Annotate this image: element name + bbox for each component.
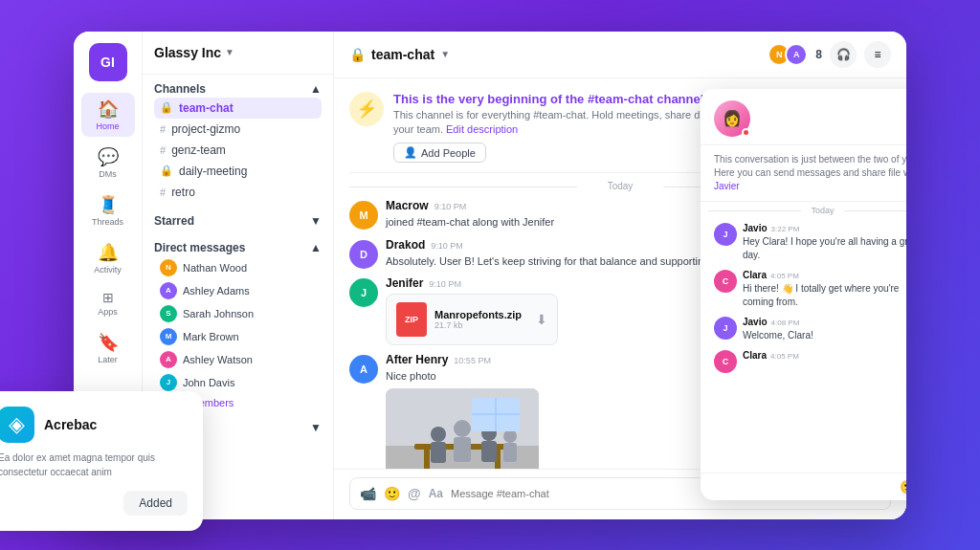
text-format-icon[interactable]: Aa bbox=[429, 487, 443, 500]
file-attachment[interactable]: ZIP Manropefonts.zip 21.7 kb ⬇ bbox=[386, 294, 558, 345]
dm-message-time: 3:22 PM bbox=[771, 225, 800, 233]
headphones-button[interactable]: 🎧 bbox=[830, 41, 857, 68]
nav-label-apps: Apps bbox=[98, 307, 118, 317]
nav-item-threads[interactable]: 🧵 Threads bbox=[81, 188, 135, 232]
lock-icon: 🔒 bbox=[349, 47, 366, 62]
avatar: J bbox=[714, 317, 737, 340]
photo-preview bbox=[386, 388, 539, 469]
dm-section-header[interactable]: Direct messages ▲ bbox=[154, 241, 322, 254]
nav-item-home[interactable]: 🏠 Home bbox=[81, 93, 135, 137]
nav-item-later[interactable]: 🔖 Later bbox=[81, 326, 135, 370]
dm-message-author: Clara bbox=[743, 270, 767, 280]
channel-item-team-chat[interactable]: 🔒 team-chat bbox=[154, 98, 322, 119]
channel-item-genz-team[interactable]: # genz-team bbox=[154, 140, 322, 161]
apps-icon: ⊞ bbox=[102, 290, 114, 305]
file-info: Manropefonts.zip 21.7 kb bbox=[434, 309, 528, 330]
starred-section-header[interactable]: Starred ▼ bbox=[154, 214, 322, 228]
dm-message-header: Javio 4:08 PM bbox=[743, 317, 906, 327]
dm-section: Direct messages ▲ N Nathan Wood A Ashley… bbox=[143, 233, 333, 415]
message-author: Drakod bbox=[386, 238, 425, 252]
dm-message-header: Clara 4:05 PM bbox=[743, 350, 906, 361]
dm-intro-link[interactable]: Javier bbox=[714, 181, 740, 191]
dm-item-ashley-a[interactable]: A Ashley Adams bbox=[154, 279, 322, 302]
video-icon[interactable]: 📹 bbox=[360, 486, 376, 501]
starred-label: Starred bbox=[154, 214, 194, 228]
intro-icon: ⚡ bbox=[349, 92, 384, 126]
dm-panel-avatar: 👩 bbox=[714, 100, 750, 137]
dm-item-mark[interactable]: M Mark Brown bbox=[154, 325, 322, 348]
svg-rect-10 bbox=[481, 441, 497, 462]
activity-icon: 🔔 bbox=[98, 242, 119, 263]
mention-icon[interactable]: @ bbox=[408, 486, 421, 501]
dm-message-author: Clara bbox=[743, 350, 767, 361]
nav-label-threads: Threads bbox=[92, 217, 123, 227]
file-size: 21.7 kb bbox=[434, 320, 528, 330]
lock-icon: 🔒 bbox=[160, 101, 173, 114]
nav-label-activity: Activity bbox=[94, 265, 122, 275]
message-time: 9:10 PM bbox=[429, 279, 461, 289]
emoji-icon[interactable]: 🙂 bbox=[384, 486, 400, 501]
avatar: C bbox=[714, 350, 737, 373]
dm-intro-text: This conversation is just between the tw… bbox=[701, 145, 906, 202]
nav-item-apps[interactable]: ⊞ Apps bbox=[81, 284, 135, 322]
dm-message-time: 4:05 PM bbox=[770, 352, 799, 361]
workspace-icon[interactable]: GI bbox=[89, 43, 127, 81]
message-author: Jenifer bbox=[386, 276, 423, 290]
menu-button[interactable]: ≡ bbox=[864, 41, 891, 68]
avatar: M bbox=[349, 201, 378, 230]
app-added-button[interactable]: Added bbox=[123, 491, 188, 516]
zip-file-icon: ZIP bbox=[396, 302, 427, 337]
dm-panel: 👩 This conversation is just between the … bbox=[701, 89, 906, 500]
dm-message-time: 4:08 PM bbox=[771, 319, 800, 327]
channel-item-retro[interactable]: # retro bbox=[154, 182, 322, 203]
dm-message-author: Javio bbox=[743, 317, 768, 327]
emoji-icon[interactable]: 🙂 bbox=[900, 479, 906, 495]
dm-item-nathan[interactable]: N Nathan Wood bbox=[154, 256, 322, 279]
message-author: After Henry bbox=[386, 353, 448, 366]
nav-item-dms[interactable]: 💬 DMs bbox=[81, 141, 135, 185]
channels-collapse-icon: ▲ bbox=[310, 82, 322, 96]
dm-item-ashley-w[interactable]: A Ashley Watson bbox=[154, 348, 322, 371]
svg-point-5 bbox=[431, 427, 446, 442]
photo-scene bbox=[386, 388, 539, 469]
lock-icon: 🔒 bbox=[160, 165, 173, 177]
dm-date-divider: Today bbox=[701, 202, 906, 219]
edit-description-link[interactable]: Edit description bbox=[446, 123, 518, 135]
avatar: C bbox=[714, 270, 737, 293]
download-icon[interactable]: ⬇ bbox=[536, 312, 547, 327]
app-popup: ◈ Acrebac Ea dolor ex amet magna tempor … bbox=[0, 391, 203, 531]
avatar: D bbox=[349, 240, 378, 269]
avatar: A bbox=[160, 282, 177, 299]
channel-title: team-chat bbox=[371, 47, 434, 62]
dm-message-text: Welcome, Clara! bbox=[743, 329, 906, 342]
member-count: 8 bbox=[815, 48, 822, 61]
dm-item-sarah[interactable]: S Sarah Johnson bbox=[154, 302, 322, 325]
sidebar-header: Glassy Inc ▼ bbox=[143, 32, 333, 75]
svg-rect-8 bbox=[454, 437, 471, 462]
svg-point-7 bbox=[454, 420, 471, 437]
chat-title: 🔒 team-chat ▼ bbox=[349, 47, 450, 62]
add-people-button[interactable]: 👤 Add People bbox=[393, 143, 486, 163]
avatar: M bbox=[160, 328, 177, 345]
dm-input-area: 🙂 ➤ bbox=[701, 473, 906, 500]
starred-collapse-icon: ▼ bbox=[310, 214, 322, 228]
channel-item-project-gizmo[interactable]: # project-gizmo bbox=[154, 119, 322, 140]
dm-name: Sarah Johnson bbox=[183, 308, 254, 319]
message-author: Macrow bbox=[386, 199, 429, 212]
nav-item-activity[interactable]: 🔔 Activity bbox=[81, 236, 135, 280]
apps-collapse-icon: ▼ bbox=[310, 421, 322, 434]
message-time: 10:55 PM bbox=[454, 356, 491, 365]
channels-section-header[interactable]: Channels ▲ bbox=[154, 82, 322, 96]
dm-item-john[interactable]: J John Davis bbox=[154, 371, 322, 394]
dms-icon: 💬 bbox=[98, 146, 119, 167]
channel-name: daily-meeting bbox=[179, 165, 247, 178]
nav-label-dms: DMs bbox=[99, 169, 117, 179]
channel-item-daily-meeting[interactable]: 🔒 daily-meeting bbox=[154, 161, 322, 182]
channel-name: retro bbox=[171, 186, 195, 199]
avatar: J bbox=[349, 278, 378, 307]
workspace-name[interactable]: Glassy Inc ▼ bbox=[154, 45, 234, 60]
dm-messages[interactable]: J Javio 3:22 PM Hey Clara! I hope you're… bbox=[701, 219, 906, 473]
dm-message-author: Javio bbox=[743, 223, 768, 233]
message-time: 9:10 PM bbox=[434, 202, 467, 211]
add-person-icon: 👤 bbox=[404, 146, 417, 159]
